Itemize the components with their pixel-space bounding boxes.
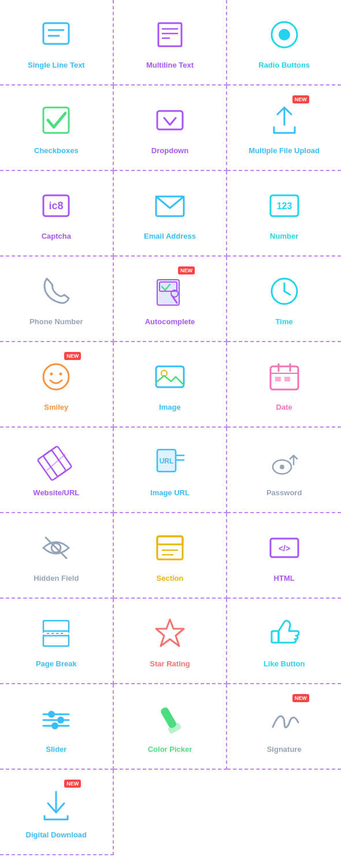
grid-cell-star[interactable]: Star Rating [114,599,228,684]
password-icon [264,442,305,483]
radio-icon [264,14,305,55]
cell-label: Website/URL [33,488,79,498]
svg-text:ic8: ic8 [49,200,64,212]
cell-label: Checkboxes [34,146,79,156]
cell-label: Image [159,403,181,413]
grid-cell-multiline[interactable]: Multiline Text [114,0,228,86]
cell-label: Date [276,403,292,413]
svg-rect-54 [43,636,69,646]
svg-point-23 [50,372,53,375]
grid-cell-signature[interactable]: NEWSignature [227,684,341,770]
cell-label: Password [266,488,302,498]
cell-label: Slider [46,745,66,755]
grid-cell-radio[interactable]: Radio Buttons [227,0,341,86]
cell-label: Image URL [150,488,190,498]
cell-label: Multiple File Upload [249,146,320,156]
grid-cell-hidden[interactable]: Hidden Field [0,513,114,599]
cell-label: Star Rating [150,659,190,669]
grid-cell-password[interactable]: Password [227,428,341,513]
grid-cell-autocomplete[interactable]: NEWAutocomplete [114,257,228,342]
cell-label: Dropdown [151,146,188,156]
like-icon [264,613,305,654]
slider-icon [36,699,76,739]
grid-cell-phone[interactable]: Phone Number [0,257,114,342]
download-icon: NEW [36,784,76,825]
svg-line-43 [46,537,66,558]
svg-rect-56 [272,631,279,643]
new-badge: NEW [178,266,195,275]
grid-cell-url[interactable]: Website/URL [0,428,114,513]
cell-label: Hidden Field [34,574,79,584]
cell-label: Like Button [264,659,305,669]
grid-cell-html[interactable]: </> HTML [227,513,341,599]
icon-grid: Single Line Text Multiline Text Radio Bu… [0,0,341,855]
grid-cell-slider[interactable]: Slider [0,684,114,770]
image-url-icon: URL [150,442,190,483]
cell-label: Smiley [44,403,68,413]
phone-icon [36,271,76,311]
svg-marker-55 [156,620,184,646]
grid-cell-date[interactable]: Date [227,342,341,428]
cell-label: Phone Number [29,317,83,327]
grid-cell-checkbox[interactable]: Checkboxes [0,86,114,171]
color-picker-icon [150,699,190,739]
grid-cell-section[interactable]: Section [114,513,228,599]
svg-point-61 [57,717,64,724]
cell-label: Radio Buttons [258,61,310,71]
grid-cell-smiley[interactable]: NEWSmiley [0,342,114,428]
grid-cell-dropdown[interactable]: Dropdown [114,86,228,171]
new-badge: NEW [64,352,81,360]
cell-label: Captcha [42,232,71,242]
svg-text:123: 123 [276,201,292,211]
grid-cell-like[interactable]: Like Button [227,599,341,684]
svg-rect-50 [43,621,69,631]
html-icon: </> [264,528,305,568]
cell-label: Number [270,232,298,242]
cell-label: Time [276,317,293,327]
cell-label: Page Break [36,659,77,669]
cell-label: Signature [267,745,302,755]
page-break-icon [36,613,76,654]
cell-label: Section [157,574,184,584]
svg-rect-44 [157,536,183,559]
cell-label: Color Picker [148,745,192,755]
time-icon [264,271,305,311]
cell-label: Multiline Text [146,61,194,71]
grid-cell-number[interactable]: 123 Number [227,171,341,257]
star-icon [150,613,190,654]
checkbox-icon [36,100,76,140]
grid-cell-image-url[interactable]: URL Image URL [114,428,228,513]
section-icon [150,528,190,568]
signature-icon: NEW [264,699,305,739]
svg-text:URL: URL [160,457,174,465]
cell-label: Email Address [144,232,196,242]
grid-cell-file-upload[interactable]: NEWMultiple File Upload [227,86,341,171]
new-badge: NEW [292,95,309,103]
grid-cell-single-line[interactable]: Single Line Text [0,0,114,86]
cell-label: HTML [274,574,295,584]
email-icon [150,186,190,226]
number-icon: 123 [264,186,305,226]
svg-line-21 [284,291,290,295]
smiley-icon: NEW [36,357,76,397]
grid-cell-image[interactable]: Image [114,342,228,428]
grid-cell-download[interactable]: NEWDigital Download [0,770,114,855]
cell-label: Single Line Text [28,61,85,71]
grid-cell-page-break[interactable]: Page Break [0,599,114,684]
grid-cell-color-picker[interactable]: Color Picker [114,684,228,770]
cell-label: Digital Download [26,830,87,840]
svg-point-8 [279,29,290,40]
url-icon [36,442,76,483]
svg-point-62 [51,722,58,729]
date-icon [264,357,305,397]
svg-point-24 [60,372,62,375]
grid-cell-time[interactable]: Time [227,257,341,342]
svg-rect-10 [157,111,183,129]
hidden-icon [36,528,76,568]
svg-rect-32 [284,377,290,381]
grid-cell-captcha[interactable]: ic8 Captcha [0,171,114,257]
svg-text:</>: </> [279,544,290,553]
grid-cell-email[interactable]: Email Address [114,171,228,257]
file-upload-icon: NEW [264,100,305,140]
svg-point-22 [43,364,69,390]
